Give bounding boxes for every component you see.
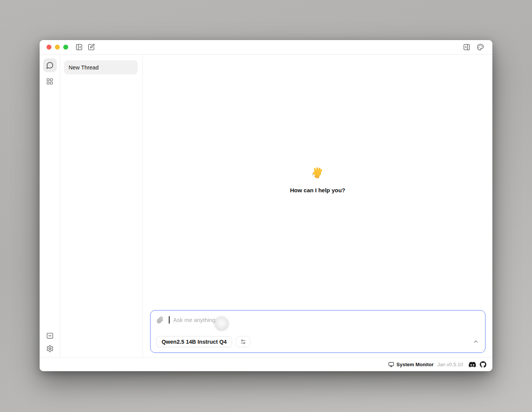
message-composer: Qwen2.5 14B Instruct Q4 <box>150 310 486 353</box>
local-api-server-icon[interactable] <box>46 332 54 340</box>
composer-toolbar-row: Qwen2.5 14B Instruct Q4 <box>156 336 479 347</box>
rail-item-hub[interactable] <box>43 74 57 88</box>
zoom-window-button[interactable] <box>63 45 68 50</box>
thread-list-panel: New Thread <box>60 55 143 357</box>
titlebar <box>40 40 492 55</box>
chat-main-area: 👋 H <box>143 55 492 357</box>
settings-gear-icon[interactable] <box>46 345 54 352</box>
wave-emoji: 👋 <box>311 166 324 181</box>
toggle-right-panel-icon[interactable] <box>463 43 470 51</box>
sliders-icon <box>240 339 246 345</box>
model-selector-button[interactable]: Qwen2.5 14B Instruct Q4 <box>156 336 232 347</box>
toggle-left-panel-icon[interactable] <box>75 43 83 51</box>
traffic-lights <box>46 45 68 50</box>
rail-item-threads[interactable] <box>43 58 57 72</box>
text-caret <box>169 316 170 323</box>
new-thread-compose-icon[interactable] <box>88 43 95 51</box>
attachment-paperclip-icon[interactable] <box>157 317 163 323</box>
minimize-window-button[interactable] <box>55 45 60 50</box>
content-area: New Thread 👋 <box>40 55 492 357</box>
model-settings-button[interactable] <box>236 336 250 347</box>
app-version-label: Jan v0.5.10 <box>437 362 463 367</box>
monitor-icon <box>388 362 394 367</box>
app-window: New Thread 👋 <box>40 40 492 371</box>
titlebar-left-actions <box>75 43 95 51</box>
system-monitor-button[interactable]: System Monitor <box>388 362 434 367</box>
chat-input[interactable] <box>173 317 479 323</box>
thread-list-item[interactable]: New Thread <box>64 60 138 74</box>
left-rail <box>40 55 60 357</box>
status-bar: System Monitor Jan v0.5.10 <box>40 357 492 371</box>
discord-icon[interactable] <box>469 362 476 367</box>
greeting-text: How can I help you? <box>290 187 345 193</box>
rail-bottom-group <box>46 332 54 352</box>
theme-palette-icon[interactable] <box>477 43 484 51</box>
thread-title: New Thread <box>69 64 99 71</box>
collapse-composer-chevron[interactable] <box>473 338 479 345</box>
composer-input-row <box>157 316 479 323</box>
github-icon[interactable] <box>480 361 486 368</box>
chat-bubble-icon <box>46 61 54 69</box>
titlebar-right-actions <box>463 43 484 51</box>
close-window-button[interactable] <box>46 45 51 50</box>
empty-state-greeting: 👋 H <box>143 166 492 193</box>
model-selector-label: Qwen2.5 14B Instruct Q4 <box>162 339 227 345</box>
grid-icon <box>46 78 53 85</box>
system-monitor-label: System Monitor <box>396 362 434 367</box>
